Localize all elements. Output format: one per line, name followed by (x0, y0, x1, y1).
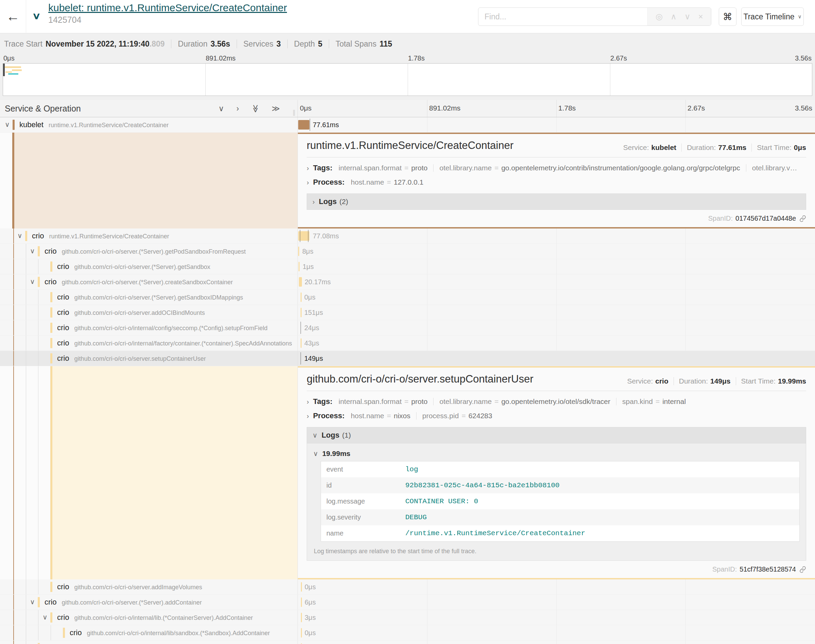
span-row[interactable]: crio github.com/cri-o/cri-o/server.addIm… (0, 580, 815, 595)
chevron-down-icon[interactable]: ∨ (30, 278, 35, 286)
service-color-bar (63, 628, 65, 638)
operation-name: github.com/cri-o/cri-o/server.setupConta… (74, 355, 206, 362)
collapse-one-icon[interactable]: ∨ (218, 104, 224, 113)
span-duration: 1μs (303, 259, 314, 274)
span-id-row: SpanID: 51cf7f38e5128574 (307, 566, 806, 573)
indent-guide (38, 610, 38, 625)
minimap-span (5, 71, 12, 73)
service-label: Service: (627, 377, 653, 385)
top-bar: ← ∨ kubelet: runtime.v1.RuntimeService/C… (0, 0, 815, 33)
minimap-drag-handle[interactable] (3, 64, 5, 76)
log-field-value: 92b82381-025c-4a64-815c-ba2e1bb08100 (400, 477, 800, 494)
find-box: ◎ ∧ ∨ × (478, 8, 711, 26)
span-duration: 0μs (305, 641, 316, 644)
span-duration: 24μs (304, 320, 319, 335)
chevron-down-icon[interactable]: ∨ (30, 247, 35, 255)
chevron-down-icon[interactable]: ∨ (43, 613, 47, 621)
span-bar[interactable] (298, 120, 309, 130)
service-color-bar (25, 231, 27, 241)
logs-section-header[interactable]: › Logs (2) (307, 193, 806, 210)
process-value: nixos (394, 412, 411, 420)
link-icon[interactable] (800, 215, 806, 222)
span-duration: 77.61ms (313, 117, 339, 132)
trace-minimap[interactable] (3, 63, 812, 96)
span-row[interactable]: ∨ crio github.com/cri-o/cri-o/server.(*S… (0, 595, 815, 610)
service-name: kubelet (19, 120, 43, 129)
process-section-header[interactable]: › Process: host.name=127.0.0.1 (307, 175, 806, 189)
trace-view-selector[interactable]: Trace Timeline ∨ (741, 8, 804, 26)
log-field-row: event log (321, 462, 800, 478)
span-bar[interactable] (301, 628, 302, 638)
link-icon[interactable] (800, 566, 806, 573)
tags-section-header[interactable]: › Tags: internal.span.format=proto otel.… (307, 394, 806, 409)
logs-section-header[interactable]: ∨ Logs (1) (307, 427, 806, 443)
span-row-setupcontaineruser[interactable]: crio github.com/cri-o/cri-o/server.setup… (0, 351, 815, 366)
tag-key: internal.span.format (339, 164, 402, 172)
process-label: Process: (313, 178, 345, 187)
span-row[interactable]: ∨ crio github.com/cri-o/cri-o/server.(*S… (0, 244, 815, 259)
chevron-down-icon: ∨ (798, 14, 802, 20)
span-duration: 151μs (304, 305, 323, 320)
log-entry-header[interactable]: ∨ 19.99ms (313, 446, 800, 461)
timeline-columns-header: Service & Operation ∨ › ≫ ≫ ∥ 0μs 891.02… (0, 100, 815, 117)
tag-value: proto (411, 164, 428, 172)
process-key: process.pid (422, 412, 459, 420)
span-row[interactable]: crio github.com/cri-o/cri-o/internal/fac… (0, 336, 815, 351)
span-row[interactable]: crio github.com/cri-o/cri-o/server.addOC… (0, 305, 815, 320)
find-input[interactable] (478, 8, 647, 26)
span-bar[interactable] (301, 597, 302, 607)
locate-icon[interactable]: ◎ (656, 12, 663, 21)
find-next-icon[interactable]: ∨ (685, 12, 691, 21)
back-button[interactable]: ← (0, 0, 26, 33)
divider (433, 164, 434, 172)
tags-section-header[interactable]: › Tags: internal.span.format=proto otel.… (307, 161, 806, 175)
column-resizer[interactable]: ∥ (293, 109, 296, 116)
process-key: host.name (351, 412, 384, 420)
span-row[interactable]: crio github.com/cri-o/cri-o/server.(*Ser… (0, 290, 815, 305)
duration-label: Duration (178, 40, 207, 49)
span-row[interactable]: ∨ crio github.com/cri-o/cri-o/internal/l… (0, 610, 815, 625)
span-bar[interactable] (300, 308, 302, 317)
operation-name: github.com/cri-o/cri-o/server.(*Server).… (74, 294, 243, 301)
span-row-crio-createcontainer[interactable]: ∨ crio runtime.v1.RuntimeService/CreateC… (0, 228, 815, 244)
span-row[interactable]: crio github.com/cri-o/cri-o/internal/con… (0, 320, 815, 336)
expand-all-icon[interactable]: ≫ (272, 104, 280, 113)
span-bar[interactable] (301, 582, 302, 592)
span-bar[interactable] (301, 613, 302, 622)
service-name: crio (44, 598, 57, 607)
span-row-kubelet-createcontainer[interactable]: ∨ kubelet runtime.v1.RuntimeService/Crea… (0, 117, 815, 133)
span-bar[interactable] (299, 262, 300, 271)
keyboard-shortcuts-button[interactable]: ⌘ (719, 8, 737, 26)
trace-summary-bar: Trace Start November 15 2022, 11:19:40.8… (0, 33, 815, 54)
chevron-down-icon[interactable]: ∨ (30, 598, 35, 606)
span-row[interactable]: ∨ crio github.com/cri-o/cri-o/server.(*S… (0, 274, 815, 290)
service-color-bar (50, 612, 52, 623)
span-row[interactable]: crio github.com/cri-o/cri-o/server.(*Ser… (0, 259, 815, 274)
indent-guide (13, 641, 14, 644)
chevron-down-icon[interactable]: ∨ (17, 232, 23, 240)
total-spans-label: Total Spans (335, 40, 376, 49)
process-section-header[interactable]: › Process: host.name=nixos process.pid=6… (307, 409, 806, 423)
trace-title-chevron-down-icon[interactable]: ∨ (32, 11, 41, 21)
service-name: crio (70, 629, 81, 637)
span-bar[interactable] (300, 338, 302, 348)
find-clear-icon[interactable]: × (699, 12, 703, 21)
chevron-right-icon: › (307, 412, 309, 420)
span-bar[interactable] (298, 247, 299, 256)
span-row[interactable]: crio github.com/cri-o/cri-o/server.(*Ser… (0, 641, 815, 644)
trace-title-link[interactable]: kubelet: runtime.v1.RuntimeService/Creat… (48, 2, 287, 14)
find-prev-icon[interactable]: ∧ (671, 12, 677, 21)
indent-guide (13, 366, 14, 580)
indent-guide (13, 625, 14, 640)
span-bar[interactable] (299, 277, 302, 287)
span-row[interactable]: crio github.com/cri-o/cri-o/internal/lib… (0, 625, 815, 641)
span-bar[interactable] (300, 293, 302, 302)
collapse-all-icon[interactable]: ≫ (251, 104, 260, 112)
chevron-down-icon[interactable]: ∨ (5, 120, 10, 129)
expand-one-icon[interactable]: › (236, 104, 239, 113)
indent-guide (38, 259, 38, 274)
divider (736, 377, 736, 385)
find-tools: ◎ ∧ ∨ × (647, 8, 711, 26)
indent-guide (38, 351, 38, 366)
indent-guide (38, 320, 38, 335)
